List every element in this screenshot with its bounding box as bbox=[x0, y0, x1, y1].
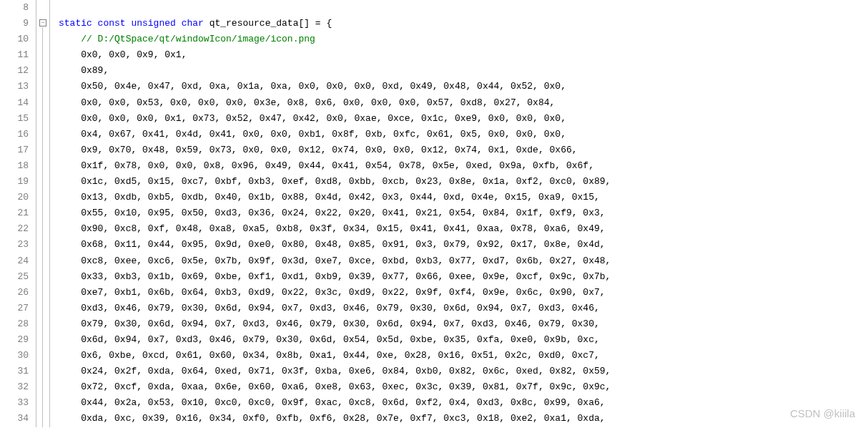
line-number: 15 bbox=[0, 111, 29, 127]
code-line: static const unsigned char qt_resource_d… bbox=[59, 16, 611, 31]
line-number: 18 bbox=[0, 158, 29, 174]
code-line bbox=[59, 0, 611, 16]
code-line: 0xd3, 0x46, 0x79, 0x30, 0x6d, 0x94, 0x7,… bbox=[59, 301, 611, 316]
code-line: // D:/QtSpace/qt/windowIcon/image/icon.p… bbox=[59, 31, 611, 47]
code-token: 0x68, 0x11, 0x44, 0x95, 0x9d, 0xe0, 0x80… bbox=[81, 239, 605, 250]
code-line: 0xda, 0xc, 0x39, 0x16, 0x34, 0xf0, 0xfb,… bbox=[59, 411, 611, 427]
code-line: 0x89, bbox=[59, 63, 611, 79]
line-number: 10 bbox=[0, 31, 29, 47]
code-token: 0x24, 0x2f, 0xda, 0x64, 0xed, 0x71, 0x3f… bbox=[81, 366, 611, 376]
code-line: 0x55, 0x10, 0x95, 0x50, 0xd3, 0x36, 0x24… bbox=[59, 205, 611, 221]
code-line: 0x90, 0xc8, 0xf, 0x48, 0xa8, 0xa5, 0xb8,… bbox=[59, 221, 611, 237]
code-line: 0x79, 0x30, 0x6d, 0x94, 0x7, 0xd3, 0x46,… bbox=[59, 316, 611, 332]
code-line: 0x44, 0x2a, 0x53, 0x10, 0xc0, 0xc0, 0x9f… bbox=[59, 395, 611, 411]
code-line: 0x13, 0xdb, 0xb5, 0xdb, 0x40, 0x1b, 0x88… bbox=[59, 190, 611, 205]
line-number: 30 bbox=[0, 348, 29, 364]
code-line: 0x0, 0x0, 0x0, 0x1, 0x73, 0x52, 0x47, 0x… bbox=[59, 111, 611, 127]
line-number: 23 bbox=[0, 237, 29, 253]
line-number: 19 bbox=[0, 174, 29, 190]
code-line: 0x33, 0xb3, 0x1b, 0x69, 0xbe, 0xf1, 0xd1… bbox=[59, 269, 611, 285]
code-token: 0xc8, 0xee, 0xc6, 0x5e, 0x7b, 0x9f, 0x3d… bbox=[81, 256, 611, 266]
code-token: qt_resource_data[] = { bbox=[209, 18, 332, 29]
code-token: 0x9, 0x70, 0x48, 0x59, 0x73, 0x0, 0x0, 0… bbox=[81, 145, 577, 155]
code-token: 0x50, 0x4e, 0x47, 0xd, 0xa, 0x1a, 0xa, 0… bbox=[81, 81, 566, 92]
line-number: 26 bbox=[0, 285, 29, 301]
line-number: 33 bbox=[0, 395, 29, 411]
code-token: 0x6, 0xbe, 0xcd, 0x61, 0x60, 0x34, 0x8b,… bbox=[81, 350, 600, 361]
line-number: 22 bbox=[0, 221, 29, 237]
code-token: 0xd3, 0x46, 0x79, 0x30, 0x6d, 0x94, 0x7,… bbox=[81, 303, 600, 313]
code-token: 0x89, bbox=[81, 65, 109, 76]
line-number: 32 bbox=[0, 379, 29, 395]
line-number: 14 bbox=[0, 95, 29, 111]
line-number: 31 bbox=[0, 364, 29, 379]
line-number: 25 bbox=[0, 269, 29, 285]
code-line: 0x1f, 0x78, 0x0, 0x0, 0x8, 0x96, 0x49, 0… bbox=[59, 158, 611, 174]
code-token: 0x33, 0xb3, 0x1b, 0x69, 0xbe, 0xf1, 0xd1… bbox=[81, 271, 611, 282]
code-line: 0x24, 0x2f, 0xda, 0x64, 0xed, 0x71, 0x3f… bbox=[59, 364, 611, 379]
code-token: 0x55, 0x10, 0x95, 0x50, 0xd3, 0x36, 0x24… bbox=[81, 208, 605, 218]
code-area[interactable]: static const unsigned char qt_resource_d… bbox=[50, 0, 611, 427]
line-number: 8 bbox=[0, 0, 29, 16]
code-token: 0x90, 0xc8, 0xf, 0x48, 0xa8, 0xa5, 0xb8,… bbox=[81, 223, 605, 234]
code-token: 0x0, 0x0, 0x9, 0x1, bbox=[81, 49, 187, 60]
line-number: 21 bbox=[0, 205, 29, 221]
line-number: 28 bbox=[0, 316, 29, 332]
code-token: 0x0, 0x0, 0x53, 0x0, 0x0, 0x0, 0x3e, 0x8… bbox=[81, 97, 555, 108]
code-line: 0xc8, 0xee, 0xc6, 0x5e, 0x7b, 0x9f, 0x3d… bbox=[59, 253, 611, 269]
code-token: 0x6d, 0x94, 0x7, 0xd3, 0x46, 0x79, 0x30,… bbox=[81, 334, 600, 345]
line-number: 13 bbox=[0, 79, 29, 94]
line-number: 17 bbox=[0, 142, 29, 158]
line-number: 24 bbox=[0, 253, 29, 269]
line-number: 27 bbox=[0, 301, 29, 316]
code-line: 0x4, 0x67, 0x41, 0x4d, 0x41, 0x0, 0x0, 0… bbox=[59, 127, 611, 142]
code-token: 0x4, 0x67, 0x41, 0x4d, 0x41, 0x0, 0x0, 0… bbox=[81, 129, 566, 140]
line-number-gutter: 8910111213141516171819202122232425262728… bbox=[0, 0, 36, 427]
code-line: 0x0, 0x0, 0x53, 0x0, 0x0, 0x0, 0x3e, 0x8… bbox=[59, 95, 611, 111]
fold-collapse-icon[interactable]: − bbox=[39, 19, 46, 26]
code-token: 0xe7, 0xb1, 0x6b, 0x64, 0xb3, 0xd9, 0x22… bbox=[81, 287, 605, 298]
fold-guide-line bbox=[42, 27, 43, 427]
code-line: 0x1c, 0xd5, 0x15, 0xc7, 0xbf, 0xb3, 0xef… bbox=[59, 174, 611, 190]
line-number: 29 bbox=[0, 332, 29, 348]
code-token: 0x72, 0xcf, 0xda, 0xaa, 0x6e, 0x60, 0xa6… bbox=[81, 381, 611, 392]
code-token: 0x79, 0x30, 0x6d, 0x94, 0x7, 0xd3, 0x46,… bbox=[81, 318, 600, 329]
line-number: 11 bbox=[0, 47, 29, 63]
code-token: 0x44, 0x2a, 0x53, 0x10, 0xc0, 0xc0, 0x9f… bbox=[81, 397, 605, 408]
code-line: 0x50, 0x4e, 0x47, 0xd, 0xa, 0x1a, 0xa, 0… bbox=[59, 79, 611, 94]
code-line: 0xe7, 0xb1, 0x6b, 0x64, 0xb3, 0xd9, 0x22… bbox=[59, 285, 611, 301]
code-token: // D:/QtSpace/qt/windowIcon/image/icon.p… bbox=[81, 34, 315, 44]
line-number: 9 bbox=[0, 16, 29, 31]
watermark-text: CSDN @kiiila bbox=[790, 404, 855, 423]
code-token: 0xda, 0xc, 0x39, 0x16, 0x34, 0xf0, 0xfb,… bbox=[81, 413, 605, 424]
code-line: 0x72, 0xcf, 0xda, 0xaa, 0x6e, 0x60, 0xa6… bbox=[59, 379, 611, 395]
code-line: 0x6, 0xbe, 0xcd, 0x61, 0x60, 0x34, 0x8b,… bbox=[59, 348, 611, 364]
code-line: 0x9, 0x70, 0x48, 0x59, 0x73, 0x0, 0x0, 0… bbox=[59, 142, 611, 158]
code-line: 0x68, 0x11, 0x44, 0x95, 0x9d, 0xe0, 0x80… bbox=[59, 237, 611, 253]
fold-column: − bbox=[36, 0, 50, 427]
code-line: 0x6d, 0x94, 0x7, 0xd3, 0x46, 0x79, 0x30,… bbox=[59, 332, 611, 348]
code-token: 0x1c, 0xd5, 0x15, 0xc7, 0xbf, 0xb3, 0xef… bbox=[81, 176, 611, 187]
code-token: 0x0, 0x0, 0x0, 0x1, 0x73, 0x52, 0x47, 0x… bbox=[81, 113, 566, 124]
line-number: 16 bbox=[0, 127, 29, 142]
code-token: static const unsigned char bbox=[59, 18, 209, 29]
line-number: 34 bbox=[0, 411, 29, 427]
code-token: 0x13, 0xdb, 0xb5, 0xdb, 0x40, 0x1b, 0x88… bbox=[81, 192, 600, 203]
line-number: 20 bbox=[0, 190, 29, 205]
code-line: 0x0, 0x0, 0x9, 0x1, bbox=[59, 47, 611, 63]
code-token: 0x1f, 0x78, 0x0, 0x0, 0x8, 0x96, 0x49, 0… bbox=[81, 160, 594, 171]
line-number: 12 bbox=[0, 63, 29, 79]
